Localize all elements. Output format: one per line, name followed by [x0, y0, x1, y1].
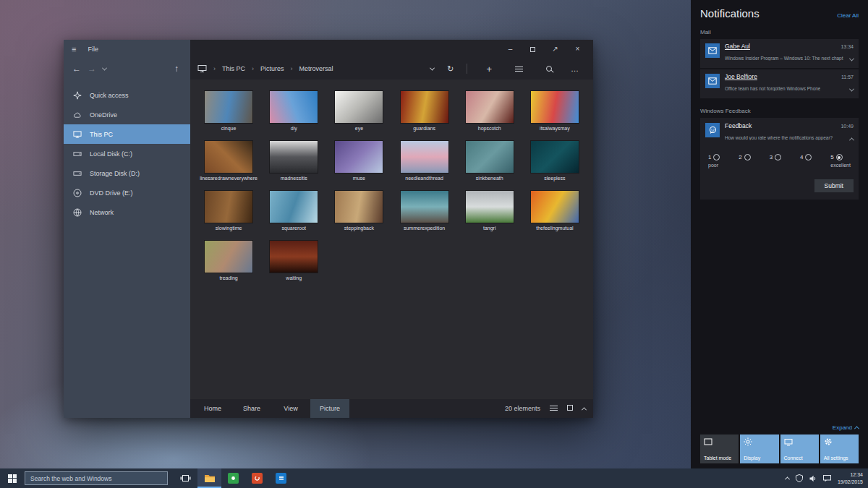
- select-items-button[interactable]: [509, 67, 529, 72]
- file-item-slowingtime[interactable]: slowingtime: [196, 191, 261, 241]
- minimize-button[interactable]: –: [499, 40, 522, 58]
- expand-link[interactable]: Expand: [700, 424, 859, 431]
- file-item-sleepless[interactable]: sleepless: [522, 141, 587, 191]
- address-dropdown-icon[interactable]: [424, 67, 441, 71]
- mail-notification[interactable]: Joe Belfiore11:57Office team has not for…: [700, 69, 859, 98]
- rating-radio[interactable]: [805, 154, 812, 160]
- sidebar-item-storage-disk-d[interactable]: Storage Disk (D:): [64, 163, 190, 183]
- app-orange-button[interactable]: [245, 468, 269, 488]
- file-item-squareroot[interactable]: squareroot: [261, 191, 326, 241]
- rating-radio[interactable]: [836, 154, 843, 160]
- file-item-linesaredrawneverywhere[interactable]: linesaredrawneverywhere: [196, 141, 261, 191]
- action-center-icon[interactable]: [823, 475, 831, 482]
- feedback-notification[interactable]: Feedback 10:49 How would you rate where …: [700, 118, 859, 200]
- quick-action-all-settings[interactable]: All settings: [820, 435, 859, 463]
- tab-home[interactable]: Home: [193, 399, 232, 418]
- breadcrumb-separator: ›: [213, 65, 216, 72]
- rating-option-4[interactable]: 4: [800, 154, 812, 168]
- file-explorer-taskbar-button[interactable]: [197, 468, 221, 488]
- file-item-treading[interactable]: treading: [196, 241, 261, 291]
- tab-view[interactable]: View: [271, 399, 310, 418]
- search-button[interactable]: [540, 66, 558, 72]
- tray-expand-icon[interactable]: [785, 476, 790, 481]
- file-item-summerexpedition[interactable]: summerexpedition: [391, 191, 456, 241]
- rating-option-5[interactable]: 5excellent: [830, 154, 851, 168]
- file-grid: cinquediyeyeguardianshopscotchitsalwaysm…: [190, 80, 593, 399]
- file-item-tangri[interactable]: tangri: [457, 191, 522, 241]
- breadcrumb-item-pictures[interactable]: Pictures: [260, 65, 284, 72]
- taskbar-search-input[interactable]: [25, 471, 168, 485]
- feedback-question: How would you rate where the notificatio…: [725, 135, 833, 140]
- sidebar-item-local-disk-c[interactable]: Local Disk (C:): [64, 144, 190, 163]
- rating-option-1[interactable]: 1poor: [708, 154, 720, 168]
- breadcrumb-item-this-pc[interactable]: This PC: [222, 65, 245, 72]
- rating-radio[interactable]: [713, 154, 720, 160]
- sidebar-item-this-pc[interactable]: This PC: [64, 124, 190, 144]
- rating-option-3[interactable]: 3: [770, 154, 781, 168]
- history-chevron-icon[interactable]: [102, 65, 107, 70]
- submit-button[interactable]: Submit: [814, 179, 854, 192]
- file-item-cinque[interactable]: cinque: [196, 91, 261, 141]
- up-button[interactable]: ↑: [174, 64, 179, 74]
- security-shield-icon[interactable]: [796, 474, 803, 482]
- feedback-time: 10:49: [841, 124, 854, 129]
- sidebar-item-onedrive[interactable]: OneDrive: [64, 105, 190, 124]
- mail-preview: Windows Insider Program – Windows 10: Th…: [725, 56, 843, 61]
- sidebar-item-dvd-drive-e[interactable]: DVD Drive (E:): [64, 183, 190, 202]
- file-item-needleandthread[interactable]: needleandthread: [391, 141, 456, 191]
- resize-button[interactable]: ↗: [544, 40, 566, 58]
- maximize-button[interactable]: [522, 40, 544, 58]
- file-name: guardians: [413, 126, 435, 132]
- refresh-icon[interactable]: ↻: [441, 64, 460, 74]
- rating-radio[interactable]: [775, 154, 781, 160]
- breadcrumb-item-metroversal[interactable]: Metroversal: [299, 65, 333, 72]
- file-item-steppingback[interactable]: steppingback: [326, 191, 391, 241]
- file-menu[interactable]: File: [88, 46, 98, 53]
- ribbon-collapse-icon[interactable]: [582, 405, 586, 412]
- mail-notification[interactable]: Gabe Aul13:34Windows Insider Program – W…: [700, 39, 859, 68]
- more-options-button[interactable]: …: [564, 64, 586, 73]
- hamburger-menu-icon[interactable]: ≡: [72, 45, 76, 53]
- close-button[interactable]: ×: [566, 40, 589, 58]
- back-button[interactable]: ←: [72, 64, 81, 74]
- file-item-waiting[interactable]: waiting: [261, 241, 326, 291]
- file-item-guardians[interactable]: guardians: [391, 91, 456, 141]
- file-item-diy[interactable]: diy: [261, 91, 326, 141]
- file-thumbnail: [205, 91, 252, 123]
- display-icon: [744, 437, 752, 446]
- forward-button[interactable]: →: [88, 64, 96, 74]
- file-item-hopscotch[interactable]: hopscotch: [457, 91, 522, 141]
- taskbar-clock[interactable]: 12:34 19/02/2015: [838, 471, 863, 484]
- rating-option-2[interactable]: 2: [739, 154, 750, 168]
- app-green-button[interactable]: [221, 468, 245, 488]
- collapse-chevron-icon[interactable]: [850, 131, 854, 144]
- app-blue-button[interactable]: [269, 468, 293, 488]
- expand-chevron-icon[interactable]: [850, 82, 854, 95]
- file-item-madnessitis[interactable]: madnessitis: [261, 141, 326, 191]
- details-view-icon[interactable]: [550, 405, 558, 412]
- clear-all-link[interactable]: Clear All: [837, 12, 859, 19]
- file-item-sinkbeneath[interactable]: sinkbeneath: [457, 141, 522, 191]
- tab-picture[interactable]: Picture: [310, 399, 349, 418]
- file-item-eye[interactable]: eye: [326, 91, 391, 141]
- start-button[interactable]: [0, 468, 25, 488]
- quick-action-display[interactable]: Display: [740, 435, 778, 463]
- nav-row: ← → ↑: [64, 58, 190, 80]
- quick-action-connect[interactable]: Connect: [780, 435, 819, 463]
- file-item-itsalwaysmay[interactable]: itsalwaysmay: [522, 91, 587, 141]
- rating-radio[interactable]: [744, 154, 751, 160]
- task-view-button[interactable]: [174, 468, 197, 488]
- thumbnail-view-icon[interactable]: [567, 405, 573, 412]
- file-item-thefeelingmutual[interactable]: thefeelingmutual: [522, 191, 587, 241]
- ribbon-bar: HomeShareViewPicture 20 elements: [190, 399, 593, 418]
- sidebar-item-network[interactable]: Network: [64, 202, 190, 222]
- tab-share[interactable]: Share: [232, 399, 271, 418]
- sidebar-item-quick-access[interactable]: Quick access: [64, 85, 190, 105]
- quick-action-tablet-mode[interactable]: Tablet mode: [700, 435, 739, 463]
- new-item-button[interactable]: +: [480, 64, 498, 74]
- file-name: treading: [219, 275, 237, 282]
- expand-chevron-icon[interactable]: [850, 51, 854, 64]
- volume-icon[interactable]: [809, 475, 817, 482]
- file-item-muse[interactable]: muse: [326, 141, 391, 191]
- file-name: sinkbeneath: [476, 176, 503, 182]
